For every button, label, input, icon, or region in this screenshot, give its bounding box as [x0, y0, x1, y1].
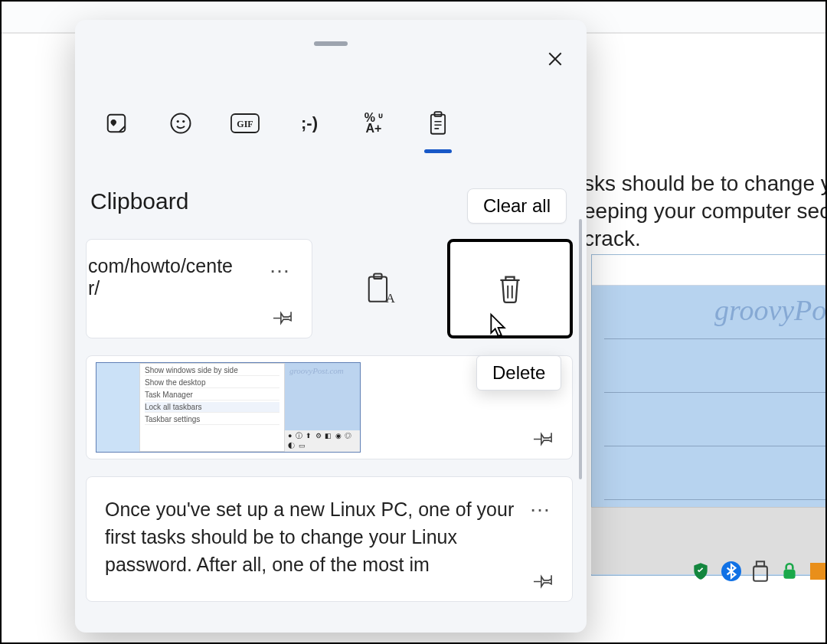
svg-rect-11 [431, 115, 445, 134]
trash-icon [495, 273, 525, 305]
pin-icon [534, 569, 555, 590]
svg-point-7 [177, 120, 179, 123]
square-icon [810, 563, 827, 580]
more-button[interactable]: … [269, 253, 292, 278]
background-row [604, 393, 827, 446]
clipboard-item[interactable]: com/howto/cente r/ … [86, 239, 312, 338]
delete-tooltip: Delete [476, 355, 561, 391]
tab-symbols[interactable]: % ᶸA+ [355, 103, 392, 144]
clipboard-item-text: com/howto/cente r/ [88, 255, 295, 299]
clear-all-button[interactable]: Clear all [467, 188, 567, 224]
emoji-icon [169, 112, 192, 135]
clipboard-item-row: com/howto/cente r/ … A [86, 239, 573, 338]
lock-icon [780, 561, 799, 582]
thumb-menu-item: Task Manager [145, 390, 279, 400]
usb-icon [752, 561, 769, 582]
background-row [604, 339, 827, 393]
scrollbar[interactable] [579, 219, 582, 479]
svg-rect-4 [810, 563, 827, 580]
paste-as-text-icon: A [364, 272, 395, 306]
svg-rect-2 [753, 567, 767, 581]
background-row [604, 286, 827, 339]
section-title: Clipboard [90, 188, 188, 214]
thumb-menu-item: Show windows side by side [145, 365, 279, 376]
svg-point-8 [182, 120, 185, 123]
bluetooth-icon [721, 561, 741, 581]
kaomoji-icon: ;-) [301, 113, 318, 133]
thumb-tray: ● ⓘ ⬆ ⚙ ◧ ◉ ◎ ◐ ▭ [285, 430, 360, 452]
paste-as-text-button[interactable]: A [320, 239, 440, 338]
clipboard-image-thumbnail: Show windows side by side Show the deskt… [96, 362, 361, 453]
clipboard-icon [428, 111, 448, 136]
system-tray [691, 561, 827, 582]
pin-button[interactable] [534, 569, 555, 590]
thumb-menu-item: Show the desktop [145, 378, 279, 388]
tab-kaomoji[interactable]: ;-) [291, 103, 328, 144]
svg-text:A: A [386, 291, 395, 306]
thumb-menu-item: Lock all taskbars [145, 402, 279, 413]
tab-clipboard[interactable] [420, 103, 456, 144]
svg-point-6 [172, 114, 191, 133]
input-panel: GIF ;-) % ᶸA+ Clipboard Clear all com/ho… [75, 20, 587, 633]
svg-text:GIF: GIF [237, 119, 253, 129]
pin-icon [534, 427, 555, 448]
panel-tabs: GIF ;-) % ᶸA+ [98, 103, 456, 144]
background-row [604, 446, 827, 500]
sticker-icon [105, 112, 128, 135]
close-icon [547, 51, 564, 67]
delete-button[interactable] [447, 239, 573, 338]
page-body-text: sks should be to change y eeping your co… [583, 170, 827, 253]
more-button[interactable]: … [529, 491, 552, 518]
drag-handle[interactable] [314, 41, 348, 46]
svg-rect-16 [369, 276, 387, 301]
clipboard-items: com/howto/cente r/ … A [86, 239, 573, 619]
gif-icon: GIF [230, 113, 260, 133]
tab-emoji[interactable] [162, 103, 199, 144]
shield-icon [691, 561, 711, 581]
symbols-icon: % ᶸA+ [364, 113, 384, 134]
pin-button[interactable] [534, 427, 555, 448]
svg-rect-3 [783, 570, 795, 579]
clipboard-item-text: Once you've set up a new Linux PC, one o… [105, 495, 517, 578]
close-button[interactable] [544, 47, 567, 70]
clipboard-item[interactable]: Once you've set up a new Linux PC, one o… [86, 476, 573, 602]
pin-button[interactable] [273, 306, 295, 327]
thumb-menu-item: Taskbar settings [145, 414, 279, 425]
background-window-titlebar [592, 255, 827, 286]
tab-stickers[interactable] [98, 103, 135, 144]
tab-gif[interactable]: GIF [227, 103, 263, 144]
pin-icon [273, 306, 295, 327]
thumb-brand: groovyPost.com [285, 363, 360, 375]
